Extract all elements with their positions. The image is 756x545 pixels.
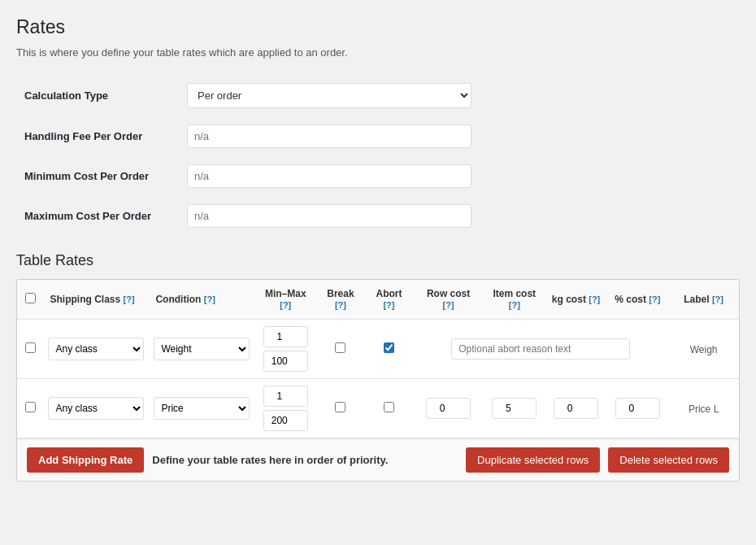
max-cost-input[interactable] — [187, 204, 471, 228]
settings-form: Calculation Type Per orderPer itemPer li… — [16, 75, 740, 236]
row-break-0 — [316, 320, 365, 379]
min-cost-label: Minimum Cost Per Order — [16, 156, 179, 196]
table-row: Any classNo shipping class WeightPriceIt… — [17, 320, 739, 379]
col-header-row-cost: Row cost — [427, 288, 470, 299]
row-abort-text-or-rowcost-0 — [413, 320, 668, 379]
row-pct-cost-1 — [606, 379, 668, 438]
row-checkbox-1[interactable] — [25, 402, 36, 412]
help-shipping-class[interactable]: [?] — [124, 294, 135, 304]
max-cost-label: Maximum Cost Per Order — [16, 196, 179, 236]
table-row: Any classNo shipping class WeightPriceIt… — [17, 379, 739, 438]
label-text-0: Weigh — [690, 344, 718, 355]
col-header-condition: Condition — [155, 294, 201, 305]
row-checkbox-0[interactable] — [25, 342, 36, 353]
table-rates-wrapper: Shipping Class [?] Condition [?] Min–Max… — [16, 279, 740, 482]
page-description: This is where you define your table rate… — [16, 46, 740, 59]
page-title: Rates — [16, 16, 740, 38]
col-header-kg-cost: kg cost — [552, 294, 586, 305]
abort-checkbox-1[interactable] — [384, 402, 394, 412]
pct-cost-input-1[interactable] — [615, 398, 660, 419]
help-condition[interactable]: [?] — [204, 294, 215, 304]
min-cost-input[interactable] — [187, 164, 471, 188]
min-input-0[interactable] — [263, 326, 308, 347]
condition-select-0[interactable]: WeightPriceItem countVolume — [154, 338, 250, 360]
help-kg-cost[interactable]: [?] — [589, 294, 600, 304]
shipping-class-select-1[interactable]: Any classNo shipping class — [48, 397, 144, 420]
handling-fee-label: Handling Fee Per Order — [16, 116, 179, 156]
calculation-type-select[interactable]: Per orderPer itemPer line itemPer classP… — [187, 83, 471, 108]
row-shipping-class-0: Any classNo shipping class — [43, 320, 149, 379]
help-pct-cost[interactable]: [?] — [649, 294, 660, 304]
col-header-label: Label — [684, 294, 709, 305]
row-checkbox-cell-1 — [17, 379, 43, 438]
row-cost-input-1[interactable] — [426, 398, 471, 419]
duplicate-rows-button[interactable]: Duplicate selected rows — [466, 447, 600, 473]
row-condition-0: WeightPriceItem countVolume — [149, 320, 254, 379]
help-abort[interactable]: [?] — [383, 300, 394, 310]
rates-table: Shipping Class [?] Condition [?] Min–Max… — [17, 280, 739, 438]
footer-hint-text: Define your table rates here in order of… — [152, 454, 458, 466]
calculation-type-label: Calculation Type — [16, 75, 179, 116]
row-break-1 — [316, 379, 365, 438]
row-label-0: Weigh — [668, 320, 739, 379]
delete-rows-button[interactable]: Delete selected rows — [608, 447, 729, 473]
kg-cost-input-1[interactable] — [554, 398, 598, 419]
help-row-cost[interactable]: [?] — [443, 300, 454, 310]
max-input-1[interactable] — [263, 410, 308, 431]
col-header-item-cost: Item cost — [493, 288, 536, 299]
row-abort-1 — [365, 379, 414, 438]
shipping-class-select-0[interactable]: Any classNo shipping class — [48, 338, 144, 360]
help-item-cost[interactable]: [?] — [509, 300, 520, 310]
row-label-1: Price L — [668, 379, 739, 438]
row-kg-cost-1 — [545, 379, 607, 438]
row-minmax-0 — [254, 320, 316, 379]
condition-select-1[interactable]: WeightPriceItem countVolume — [154, 397, 250, 420]
min-input-1[interactable] — [263, 386, 308, 407]
col-header-minmax: Min–Max — [265, 288, 306, 299]
row-shipping-class-1: Any classNo shipping class — [43, 379, 149, 438]
row-abort-text-or-rowcost-1 — [413, 379, 484, 438]
row-item-cost-1 — [484, 379, 545, 438]
label-text-1: Price L — [689, 403, 719, 415]
row-minmax-1 — [254, 379, 316, 438]
row-condition-1: WeightPriceItem countVolume — [149, 379, 254, 438]
select-all-checkbox[interactable] — [25, 293, 36, 303]
add-shipping-rate-button[interactable]: Add Shipping Rate — [27, 447, 144, 473]
table-rates-title: Table Rates — [16, 252, 740, 269]
col-header-pct-cost: % cost — [615, 294, 646, 305]
abort-text-input-0[interactable] — [451, 338, 630, 360]
row-abort-0 — [365, 320, 414, 379]
break-checkbox-1[interactable] — [335, 402, 345, 412]
col-header-abort: Abort — [376, 288, 402, 299]
break-checkbox-0[interactable] — [335, 342, 345, 353]
footer-bar: Add Shipping Rate Define your table rate… — [17, 438, 739, 481]
handling-fee-input[interactable] — [187, 124, 471, 148]
help-minmax[interactable]: [?] — [280, 300, 291, 310]
row-checkbox-cell-0 — [17, 320, 43, 379]
max-input-0[interactable] — [263, 351, 308, 372]
help-label[interactable]: [?] — [712, 294, 723, 304]
abort-checkbox-0[interactable] — [384, 342, 394, 353]
col-header-break: Break — [327, 288, 354, 299]
col-header-shipping-class: Shipping Class — [50, 294, 120, 305]
item-cost-input-1[interactable] — [492, 398, 537, 419]
help-break[interactable]: [?] — [335, 300, 346, 310]
